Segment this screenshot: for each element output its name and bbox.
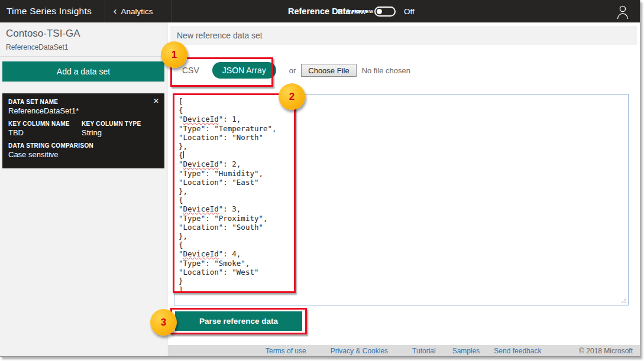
editor-line: "Type": "Smoke", <box>179 259 628 268</box>
chevron-left-icon: ‹ <box>114 6 117 16</box>
key-column-type-value: String <box>82 128 141 137</box>
preview-toggle-label: Preview <box>338 7 366 16</box>
main-content: New reference data set CSV JSON Array or… <box>168 22 640 345</box>
preview-toggle-state: Off <box>404 7 415 16</box>
editor-line: "Type": "Humidity", <box>179 169 628 178</box>
user-account-icon[interactable] <box>616 4 630 19</box>
preview-toggle[interactable] <box>374 6 396 17</box>
editor-line: [ <box>179 97 628 106</box>
topbar-divider <box>171 0 171 22</box>
editor-line: "Location": "North" <box>179 133 628 142</box>
footer-link-samples[interactable]: Samples <box>452 347 480 355</box>
editor-line: "Type": "Proximity", <box>179 214 628 223</box>
string-comparison-label: DATA STRING COMPARISON <box>8 142 158 149</box>
top-bar: Time Series Insights ‹ Analytics Referen… <box>0 0 640 22</box>
reference-data-editor[interactable]: [ { "DeviceId": 1, "Type": "Temperature"… <box>174 94 629 305</box>
editor-line: "Location": "South" <box>179 223 628 232</box>
dataset-properties-panel: ✕ DATA SET NAME ReferenceDataSet1* KEY C… <box>2 93 164 168</box>
editor-line: }, <box>179 232 628 240</box>
editor-line: "DeviceId": 4, <box>179 249 628 258</box>
editor-line: { <box>179 240 628 249</box>
dataset-name-value: ReferenceDataSet1* <box>8 106 158 115</box>
key-column-type-label: KEY COLUMN TYPE <box>82 121 141 127</box>
app-title: Time Series Insights <box>0 6 105 17</box>
editor-line: { <box>179 151 628 160</box>
no-file-chosen-label: No file chosen <box>362 66 410 75</box>
editor-line: "DeviceId": 3, <box>179 204 628 213</box>
back-to-analytics[interactable]: ‹ Analytics <box>105 0 171 22</box>
json-array-format-option[interactable]: JSON Array <box>212 62 276 79</box>
editor-line: }, <box>179 142 628 151</box>
footer: Terms of use Privacy & Cookies Tutorial … <box>168 345 640 356</box>
editor-line: ] <box>179 285 628 294</box>
preview-toggle-group: Preview Off <box>338 0 415 22</box>
key-column-name-value: TBD <box>8 128 82 137</box>
key-column-name-label: KEY COLUMN NAME <box>8 121 82 127</box>
copyright-text: © 2018 Microsoft <box>579 347 633 355</box>
editor-line: } <box>179 277 628 285</box>
back-label: Analytics <box>121 7 153 16</box>
footer-link-privacy[interactable]: Privacy & Cookies <box>331 347 388 355</box>
close-icon[interactable]: ✕ <box>153 97 159 105</box>
parse-reference-data-button[interactable]: Parse reference data <box>175 311 302 331</box>
editor-line: "DeviceId": 2, <box>179 160 628 168</box>
csv-format-option[interactable]: CSV <box>182 66 199 75</box>
dataset-list-item[interactable]: ReferenceDataSet1 <box>6 43 161 51</box>
string-comparison-value: Case sensitive <box>8 150 158 159</box>
resize-grip-icon[interactable] <box>620 297 627 304</box>
environment-block: Contoso-TSI-GA ReferenceDataSet1 <box>0 22 167 57</box>
editor-line: }, <box>179 187 628 196</box>
text-cursor <box>183 151 184 158</box>
footer-link-tutorial[interactable]: Tutorial <box>412 347 436 355</box>
app-window: Time Series Insights ‹ Analytics Referen… <box>0 0 640 357</box>
dataset-name-label: DATA SET NAME <box>8 99 158 105</box>
toggle-knob <box>377 9 382 14</box>
editor-line: "Location": "East" <box>179 178 628 187</box>
or-label: or <box>289 66 296 75</box>
add-dataset-button[interactable]: Add a data set <box>2 61 164 82</box>
footer-link-feedback[interactable]: Send feedback <box>494 347 541 355</box>
sidebar: Contoso-TSI-GA ReferenceDataSet1 Add a d… <box>0 22 167 356</box>
editor-line: "Type": "Temperature", <box>179 124 628 133</box>
environment-name: Contoso-TSI-GA <box>6 28 161 40</box>
editor-line: { <box>179 106 628 115</box>
editor-line: { <box>179 196 628 204</box>
new-dataset-heading: New reference data set <box>170 26 637 45</box>
footer-link-terms[interactable]: Terms of use <box>266 347 306 355</box>
editor-line: "Location": "West" <box>179 268 628 277</box>
editor-line: "DeviceId": 1, <box>179 115 628 123</box>
format-selector-row: CSV JSON Array or Choose File No file ch… <box>182 61 410 79</box>
choose-file-button[interactable]: Choose File <box>301 64 356 77</box>
